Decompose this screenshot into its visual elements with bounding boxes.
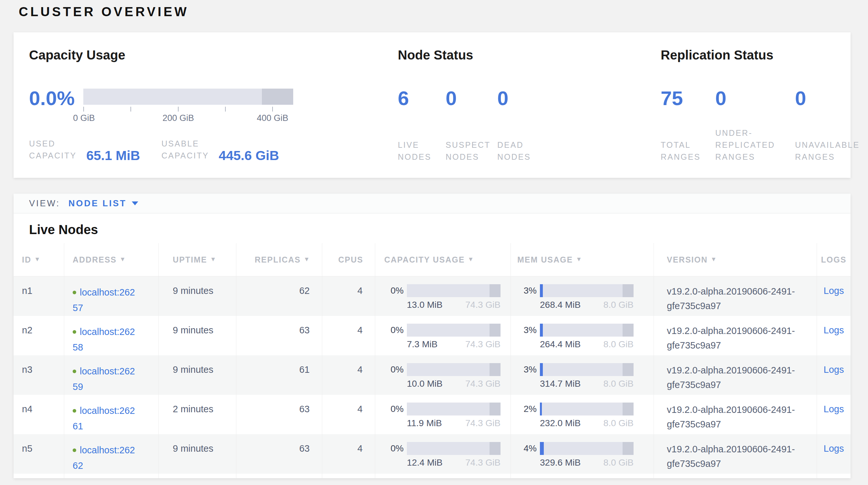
live-nodes-stat: 6 LIVE NODES bbox=[398, 88, 445, 163]
node-address-link[interactable]: localhost:26259 bbox=[73, 366, 135, 392]
used-capacity-label: USED CAPACITY bbox=[29, 138, 76, 162]
used-capacity-stat: USED CAPACITY 65.1 MiB bbox=[29, 138, 161, 162]
capacity-mini-bar bbox=[407, 403, 500, 416]
capacity-total-value: 74.3 GiB bbox=[465, 458, 500, 467]
capacity-percent: 0% bbox=[384, 403, 404, 416]
mem-mini-bar-reserved bbox=[623, 363, 633, 376]
node-logs-cell: Logs bbox=[817, 277, 850, 316]
column-header-mem-usage[interactable]: MEM USAGE▼ bbox=[511, 243, 654, 276]
capacity-usage-cell: 0% 7.3 MiB 74.3 GiB bbox=[375, 316, 511, 355]
mem-mini-bar bbox=[540, 284, 633, 297]
used-capacity-value: 65.1 MiB bbox=[86, 149, 140, 162]
view-label: VIEW: bbox=[29, 199, 60, 208]
capacity-mini-bar bbox=[407, 324, 500, 337]
capacity-mini-bar-reserved bbox=[490, 442, 500, 455]
node-logs-cell: Logs bbox=[817, 355, 850, 395]
table-row: n5 localhost:26262 9 minutes 63 4 0% 12.… bbox=[13, 434, 850, 474]
node-uptime-cell: 2 minutes bbox=[159, 395, 237, 434]
dead-nodes-count: 0 bbox=[497, 88, 581, 109]
mem-total-value: 8.0 GiB bbox=[603, 379, 633, 388]
mem-used-value: 264.4 MiB bbox=[540, 340, 581, 349]
node-address-link[interactable]: localhost:26257 bbox=[73, 287, 135, 313]
mem-mini-bar bbox=[540, 442, 633, 455]
capacity-percent: 0% bbox=[384, 442, 404, 455]
node-logs-cell: Logs bbox=[817, 395, 850, 434]
logs-link[interactable]: Logs bbox=[824, 443, 844, 454]
logs-link[interactable]: Logs bbox=[824, 286, 844, 296]
axis-label: 200 GiB bbox=[162, 113, 194, 123]
mem-mini-bar bbox=[540, 363, 633, 376]
node-address-link[interactable]: localhost:26258 bbox=[73, 326, 135, 352]
table-row: n4 localhost:26261 2 minutes 63 4 0% 11.… bbox=[13, 395, 850, 434]
sort-desc-icon: ▼ bbox=[34, 256, 41, 263]
total-ranges-count: 75 bbox=[661, 88, 715, 109]
mem-total-value: 8.0 GiB bbox=[603, 419, 633, 428]
column-header-address[interactable]: ADDRESS▼ bbox=[64, 243, 159, 276]
mem-percent: 2% bbox=[517, 403, 537, 416]
column-header-uptime[interactable]: UPTIME▼ bbox=[159, 243, 237, 276]
unavailable-ranges-stat: 0 UNAVAILABLE RANGES bbox=[795, 88, 868, 163]
view-dropdown[interactable]: NODE LIST bbox=[68, 199, 138, 208]
node-version-cell: v19.2.0-alpha.20190606-2491-gfe735c9a97 bbox=[654, 395, 817, 434]
column-header-capacity-usage[interactable]: CAPACITY USAGE▼ bbox=[375, 243, 511, 276]
node-id-cell: n3 bbox=[13, 355, 64, 395]
capacity-axis-ticks bbox=[83, 107, 293, 112]
capacity-total-value: 74.3 GiB bbox=[465, 301, 500, 309]
mem-mini-bar-fill bbox=[540, 403, 542, 416]
mem-usage-cell: 2% 232.0 MiB 8.0 GiB bbox=[511, 395, 654, 434]
node-cpus-cell: 4 bbox=[322, 395, 375, 434]
node-live-status-icon bbox=[73, 449, 76, 452]
node-id-cell: n1 bbox=[13, 277, 64, 316]
node-id-cell: n5 bbox=[13, 434, 64, 474]
capacity-used-value: 13.0 MiB bbox=[407, 301, 443, 309]
capacity-axis-labels: 0 GiB 200 GiB 400 GiB bbox=[83, 113, 293, 123]
logs-link[interactable]: Logs bbox=[824, 404, 844, 414]
capacity-usage-cell: 0% 11.9 MiB 74.3 GiB bbox=[375, 395, 511, 434]
node-address-link[interactable]: localhost:26261 bbox=[73, 405, 135, 431]
live-nodes-card: VIEW: NODE LIST Live Nodes ID▼ ADDRESS▼ … bbox=[13, 194, 850, 478]
capacity-usage-chart: 0.0% 0 GiB 200 GiB 400 GiB bbox=[29, 88, 293, 123]
node-address-cell: localhost:26262 bbox=[64, 434, 159, 474]
mem-mini-bar-fill bbox=[540, 442, 544, 455]
sort-desc-icon: ▼ bbox=[468, 256, 474, 263]
node-cpus-cell: 4 bbox=[322, 316, 375, 355]
mem-mini-bar-fill bbox=[540, 284, 543, 297]
mem-usage-cell: 3% 264.4 MiB 8.0 GiB bbox=[511, 316, 654, 355]
logs-link[interactable]: Logs bbox=[824, 364, 844, 375]
node-replicas-cell: 63 bbox=[237, 316, 322, 355]
node-address-link[interactable]: localhost:26262 bbox=[73, 445, 135, 471]
live-nodes-count: 6 bbox=[398, 88, 445, 109]
node-id-cell: n2 bbox=[13, 316, 64, 355]
mem-total-value: 8.0 GiB bbox=[603, 458, 633, 467]
column-header-version[interactable]: VERSION▼ bbox=[654, 243, 817, 276]
cluster-summary-card: Capacity Usage 0.0% 0 GiB 200 GiB 400 Gi… bbox=[13, 32, 850, 178]
node-live-status-icon bbox=[73, 291, 76, 294]
node-address-cell: localhost:26257 bbox=[64, 277, 159, 316]
mem-mini-bar-fill bbox=[540, 363, 543, 376]
node-uptime-cell: 9 minutes bbox=[159, 355, 237, 395]
usable-capacity-value: 445.6 GiB bbox=[219, 149, 279, 162]
unavailable-ranges-label: UNAVAILABLE RANGES bbox=[795, 139, 868, 163]
total-ranges-stat: 75 TOTAL RANGES bbox=[661, 88, 715, 163]
capacity-bar bbox=[83, 89, 293, 105]
node-address-cell: localhost:26261 bbox=[64, 395, 159, 434]
capacity-usage-title: Capacity Usage bbox=[29, 48, 293, 62]
mem-percent: 3% bbox=[517, 363, 537, 376]
capacity-used-value: 11.9 MiB bbox=[407, 419, 442, 428]
node-logs-cell: Logs bbox=[817, 434, 850, 474]
capacity-usage-section: Capacity Usage 0.0% 0 GiB 200 GiB 400 Gi… bbox=[29, 48, 293, 162]
column-header-cpus[interactable]: CPUS bbox=[322, 243, 375, 276]
mem-mini-bar bbox=[540, 324, 633, 337]
logs-link[interactable]: Logs bbox=[824, 325, 844, 335]
mem-usage-cell: 3% 268.4 MiB 8.0 GiB bbox=[511, 277, 654, 316]
node-id-cell: n4 bbox=[13, 395, 64, 434]
column-header-replicas[interactable]: REPLICAS▼ bbox=[237, 243, 322, 276]
table-row: n3 localhost:26259 9 minutes 61 4 0% 10.… bbox=[13, 355, 850, 395]
node-replicas-cell: 63 bbox=[237, 395, 322, 434]
under-replicated-ranges-stat: 0 UNDER- REPLICATED RANGES bbox=[715, 88, 795, 163]
node-logs-cell: Logs bbox=[817, 316, 850, 355]
column-header-id[interactable]: ID▼ bbox=[13, 243, 64, 276]
capacity-usage-cell: 0% 13.0 MiB 74.3 GiB bbox=[375, 277, 511, 316]
chevron-down-icon bbox=[132, 201, 138, 205]
node-live-status-icon bbox=[73, 330, 76, 334]
